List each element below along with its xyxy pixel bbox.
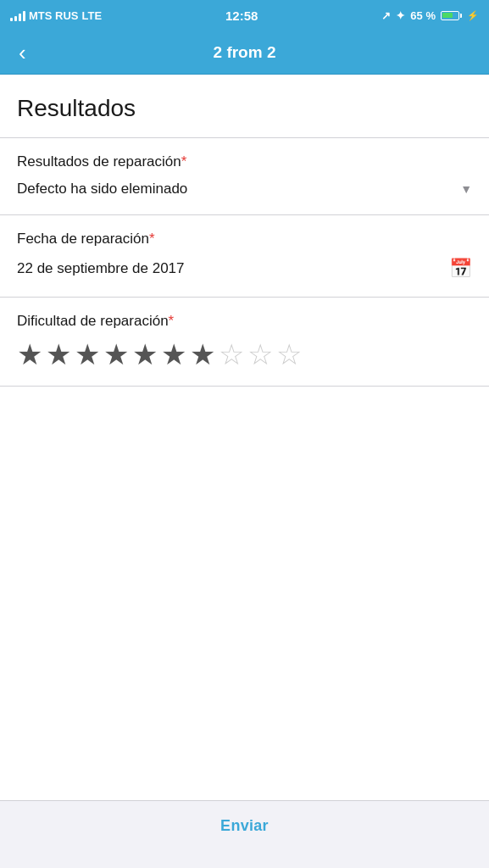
divider-4 [0,386,489,387]
star-6[interactable]: ★ [161,340,186,369]
signal-bars [10,10,25,21]
difficulty-required: * [169,313,175,329]
calendar-icon: 📅 [449,258,472,280]
battery-icon [441,11,462,20]
repair-date-label: Fecha de reparación* [17,231,472,248]
difficulty-section: Dificultad de reparación* ★★★★★★★☆☆☆ [17,298,472,386]
battery-percent: 65 % [410,9,436,22]
status-left: MTS RUS LTE [10,9,102,22]
back-chevron-icon: ‹ [19,40,26,65]
star-2[interactable]: ★ [46,340,71,369]
star-7[interactable]: ★ [190,340,215,369]
repair-result-label: Resultados de reparación* [17,153,472,170]
main-content: Resultados Resultados de reparación* Def… [0,75,489,800]
star-5[interactable]: ★ [132,340,158,369]
status-bar: MTS RUS LTE 12:58 ↗ ✦ 65 % ⚡ [0,0,489,31]
repair-result-required: * [181,153,187,170]
network-label: LTE [82,9,103,22]
dropdown-arrow-icon: ▼ [460,182,472,196]
repair-result-value: Defecto ha sido eleminado [17,181,187,198]
difficulty-label: Dificultad de reparación* [17,313,472,330]
star-3[interactable]: ★ [75,340,100,369]
nav-bar: ‹ 2 from 2 [0,31,489,75]
nav-title: 2 from 2 [214,43,276,62]
repair-result-section: Resultados de reparación* Defecto ha sid… [17,138,472,214]
stars-row[interactable]: ★★★★★★★☆☆☆ [17,340,472,369]
star-8[interactable]: ☆ [219,340,244,369]
repair-date-required: * [149,231,155,247]
repair-date-row[interactable]: 22 de septiembre de 2017 📅 [17,258,472,280]
submit-button[interactable]: Enviar [220,817,269,835]
repair-date-section: Fecha de reparación* 22 de septiembre de… [17,215,472,297]
star-9[interactable]: ☆ [247,340,273,369]
status-right: ↗ ✦ 65 % ⚡ [381,9,479,22]
submit-footer[interactable]: Enviar [0,800,489,851]
location-icon: ↗ [381,9,391,22]
page-title: Resultados [17,95,472,122]
back-button[interactable]: ‹ [12,38,33,67]
charging-icon: ⚡ [467,10,479,21]
status-time: 12:58 [225,8,258,23]
carrier-label: MTS RUS [29,9,79,22]
repair-date-value: 22 de septiembre de 2017 [17,260,185,277]
star-1[interactable]: ★ [17,340,42,369]
star-4[interactable]: ★ [103,340,129,369]
bluetooth-icon: ✦ [396,9,405,22]
repair-result-dropdown[interactable]: Defecto ha sido eleminado ▼ [17,181,472,198]
safe-area [0,851,489,868]
star-10[interactable]: ☆ [276,340,302,369]
